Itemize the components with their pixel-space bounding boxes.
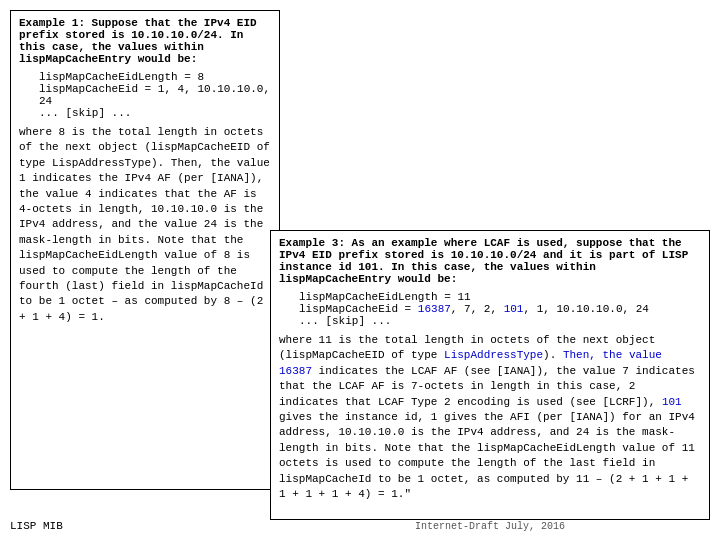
highlight-101-body: 101	[662, 396, 682, 408]
example-3-code-line-2: lispMapCacheEid = 16387, 7, 2, 101, 1, 1…	[299, 303, 701, 315]
example-1-code-line-2: lispMapCacheEid = 1, 4, 10.10.10.0, 24	[39, 83, 271, 107]
example-1-code: lispMapCacheEidLength = 8 lispMapCacheEi…	[39, 71, 271, 119]
page-container: Example 1: Suppose that the IPv4 EID pre…	[0, 0, 720, 540]
example-3-code: lispMapCacheEidLength = 11 lispMapCacheE…	[299, 291, 701, 327]
footer-label: LISP MIB	[10, 520, 63, 532]
example-3-code-line-1: lispMapCacheEidLength = 11	[299, 291, 701, 303]
example-3-title: Example 3: As an example where LCAF is u…	[279, 237, 701, 285]
example-1-title-bold: Example 1	[19, 17, 78, 29]
footer-info: Internet-Draft July, 2016	[270, 521, 710, 532]
highlight-type: LispAddressType	[444, 349, 543, 361]
example-1-code-line-3: ... [skip] ...	[39, 107, 271, 119]
highlight-16387: 16387	[418, 303, 451, 315]
example-3-title-bold: Example 3	[279, 237, 338, 249]
example-3-body: where 11 is the total length in octets o…	[279, 333, 701, 502]
example-3-code-line-3: ... [skip] ...	[299, 315, 701, 327]
example-1-code-line-1: lispMapCacheEidLength = 8	[39, 71, 271, 83]
example-3-title-intro: : As an example where LCAF is used, supp…	[279, 237, 688, 285]
highlight-16387-body: 16387	[279, 365, 312, 377]
example-1-body: where 8 is the total length in octets of…	[19, 125, 271, 325]
highlight-101: 101	[504, 303, 524, 315]
example-1-box: Example 1: Suppose that the IPv4 EID pre…	[10, 10, 280, 490]
example-3-box: Example 3: As an example where LCAF is u…	[270, 230, 710, 520]
example-1-title: Example 1: Suppose that the IPv4 EID pre…	[19, 17, 271, 65]
